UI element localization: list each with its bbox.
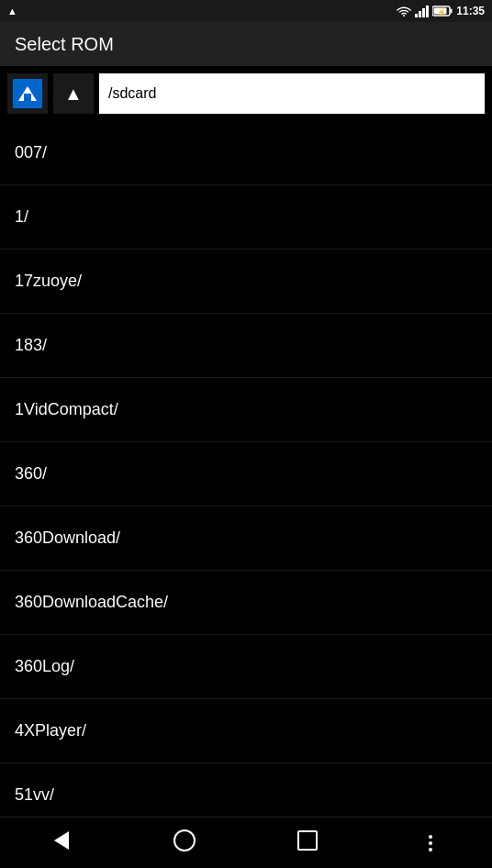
list-item[interactable]: 183/ [0,314,492,378]
battery-icon: ⚡ [432,6,453,17]
list-item[interactable]: 4XPlayer/ [0,699,492,763]
list-item[interactable]: 51vv/ [0,763,492,817]
signal-icon [415,5,429,17]
recents-button[interactable] [280,823,335,863]
list-item[interactable]: 360Download/ [0,506,492,571]
nav-bar [0,817,492,868]
status-bar: ▲ ⚡ 11:35 [0,0,492,22]
status-bar-left: ▲ [7,6,17,17]
android-icon: ▲ [7,6,17,17]
home-button[interactable] [157,823,212,863]
file-name: 360DownloadCache/ [15,593,168,612]
list-item[interactable]: 007/ [0,121,492,185]
list-item[interactable]: 17zuoye/ [0,250,492,314]
list-item[interactable]: 360/ [0,442,492,506]
file-name: 1/ [15,207,28,227]
file-list[interactable]: 007/1/17zuoye/183/1VidCompact/360/360Dow… [0,121,492,817]
wifi-icon [397,6,411,17]
file-name: 183/ [15,336,47,355]
file-name: 360Download/ [15,529,120,548]
file-name: 1VidCompact/ [15,400,118,419]
logo-button[interactable] [7,73,48,114]
svg-rect-2 [451,9,453,14]
file-name: 17zuoye/ [15,272,82,291]
home-icon [173,829,196,856]
file-name: 007/ [15,143,47,162]
svg-point-0 [403,15,405,17]
app-logo-icon [13,79,42,108]
file-name: 360/ [15,464,47,484]
list-item[interactable]: 1/ [0,185,492,250]
file-name: 51vv/ [15,785,54,805]
up-arrow-icon: ▲ [64,83,83,105]
time-display: 11:35 [456,5,485,17]
recents-icon [297,830,318,855]
path-bar: ▲ /sdcard [0,66,492,121]
back-icon [54,831,69,854]
title-bar: Select ROM [0,22,492,66]
file-name: 360Log/ [15,657,74,676]
file-name: 4XPlayer/ [15,721,86,740]
menu-button[interactable] [403,823,458,863]
list-item[interactable]: 360DownloadCache/ [0,571,492,635]
svg-rect-6 [24,94,31,101]
path-display: /sdcard [99,73,485,114]
back-button[interactable] [34,823,89,863]
up-button[interactable]: ▲ [53,73,94,114]
status-bar-right: ⚡ 11:35 [397,5,485,17]
page-title: Select ROM [15,34,114,55]
current-path: /sdcard [108,85,156,102]
svg-text:⚡: ⚡ [437,7,446,17]
list-item[interactable]: 1VidCompact/ [0,378,492,442]
list-item[interactable]: 360Log/ [0,635,492,699]
menu-icon [429,835,432,851]
